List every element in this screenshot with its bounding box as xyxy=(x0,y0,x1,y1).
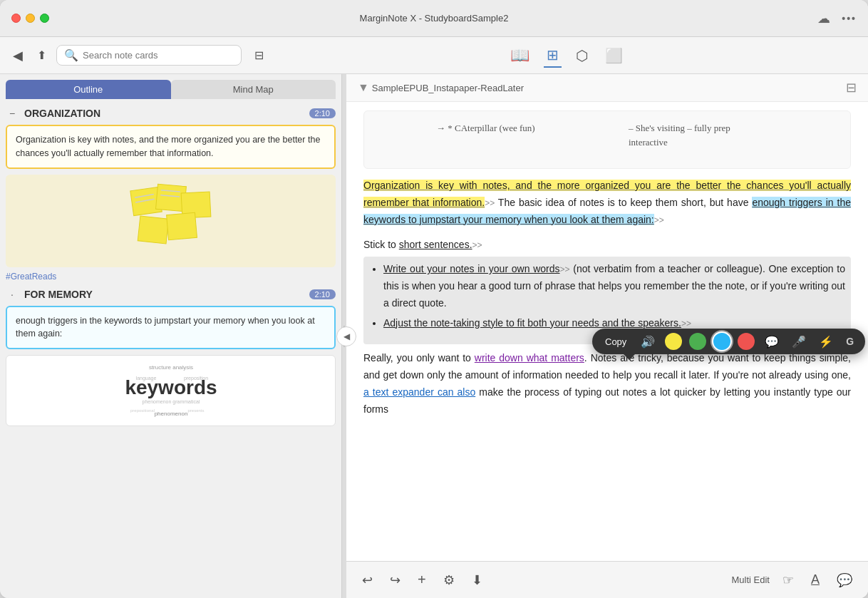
organization-header: − ORGANIZATION 2:10 xyxy=(6,108,336,119)
memory-card-text: enough triggers in the keywords to jumps… xyxy=(16,316,315,339)
org-tag: #GreatReads xyxy=(6,272,336,282)
arrow-1: >> xyxy=(485,198,495,208)
org-badge: 2:10 xyxy=(309,108,336,118)
search-icon: 🔍 xyxy=(64,48,78,62)
redo-button[interactable]: ↪ xyxy=(386,569,405,591)
audio-button[interactable]: 🔊 xyxy=(638,334,658,350)
comment-tool-button[interactable]: 💬 xyxy=(832,569,857,591)
floating-toolbar-caret xyxy=(624,354,635,360)
memory-section-title: FOR MEMORY xyxy=(24,289,304,300)
svg-text:phenomenon: phenomenon xyxy=(154,411,187,417)
keywords-svg: keywords structure analysis language pre… xyxy=(125,355,217,426)
text-expander-link[interactable]: a text expander can also xyxy=(363,386,475,398)
titlebar-right-icons: ☁ ••• xyxy=(817,11,857,26)
share-button[interactable]: ⬆ xyxy=(33,46,51,65)
reader-area: ▼ SampleEPUB_Instapaper-ReadLater ⊟ → * … xyxy=(346,74,868,598)
bullet-intro: Stick to short sentences.>> xyxy=(363,237,851,254)
cursor-button[interactable]: ☞ xyxy=(778,569,798,591)
settings-button[interactable]: ⚙ xyxy=(439,569,459,591)
cloud-icon[interactable]: ☁ xyxy=(817,11,830,26)
svg-text:→ * CAterpillar (wee fun): → * CAterpillar (wee fun) xyxy=(436,123,535,133)
reader-header: ▼ SampleEPUB_Instapaper-ReadLater ⊟ xyxy=(346,74,868,102)
undo-button[interactable]: ↩ xyxy=(358,569,377,591)
reader-paragraph-2: Really, you only want to write down what… xyxy=(363,350,851,418)
memory-header: · FOR MEMORY 2:10 xyxy=(6,289,336,300)
svg-text:phenomenon grammatical: phenomenon grammatical xyxy=(142,399,200,405)
titlebar: MarginNote X - StudyboardSample2 ☁ ••• xyxy=(0,0,868,37)
nav-buttons: ◀ ⬆ xyxy=(9,45,51,66)
maximize-button[interactable] xyxy=(40,14,49,23)
write-matters-link[interactable]: write down what matters xyxy=(475,352,584,364)
floating-toolbar: Copy 🔊 💬 🎤 ⚡ G xyxy=(592,329,865,354)
dropdown-icon: ▼ xyxy=(358,81,369,94)
svg-text:prepositional: prepositional xyxy=(130,408,154,413)
minimize-button[interactable] xyxy=(26,14,35,23)
reader-text: Organization is key with notes, and the … xyxy=(363,177,851,418)
search-bar[interactable]: 🔍 xyxy=(56,45,242,66)
color-red-button[interactable] xyxy=(738,333,755,350)
layout-icon[interactable]: ⊟ xyxy=(250,46,268,65)
sidebar-content: − ORGANIZATION 2:10 Organization is key … xyxy=(0,99,341,598)
multi-edit-label: Multi Edit xyxy=(732,574,770,585)
collapse-org-icon[interactable]: − xyxy=(6,108,19,119)
svg-text:preposition: preposition xyxy=(183,376,207,381)
copy-button[interactable]: Copy xyxy=(601,334,631,350)
split-icon[interactable]: ⊞ xyxy=(544,43,562,68)
reader-source-title: SampleEPUB_Instapaper-ReadLater xyxy=(372,83,524,93)
download-button[interactable]: ⬇ xyxy=(467,569,487,591)
svg-text:interactive: interactive xyxy=(629,137,668,148)
more-icon[interactable]: ••• xyxy=(842,13,857,24)
window-title: MarginNote X - StudyboardSample2 xyxy=(360,13,509,24)
bullet-list: Write out your notes in your own words>>… xyxy=(383,261,845,331)
comment-button[interactable]: 💬 xyxy=(762,334,782,350)
color-green-button[interactable] xyxy=(689,333,706,350)
mic-button[interactable]: 🎤 xyxy=(789,334,809,350)
center-icons: 📖 ⊞ ⬡ ⬜ xyxy=(507,43,626,68)
memory-badge: 2:10 xyxy=(309,289,336,299)
handwritten-section: → * CAterpillar (wee fun) – She's visiti… xyxy=(363,110,851,169)
bottom-toolbar: ↩ ↪ + ⚙ ⬇ Multi Edit ☞ A 💬 xyxy=(346,561,868,598)
network-icon[interactable]: ⬡ xyxy=(573,44,591,67)
tab-mindmap[interactable]: Mind Map xyxy=(171,80,336,99)
org-section-title: ORGANIZATION xyxy=(24,108,304,119)
svg-text:structure analysis: structure analysis xyxy=(148,364,192,371)
grammarly-button[interactable]: G xyxy=(843,334,857,349)
add-button[interactable]: + xyxy=(413,569,430,591)
write-notes-link: Write out your notes in your own words xyxy=(383,263,560,274)
traffic-lights xyxy=(11,14,49,23)
bookmark-icon[interactable]: ⊟ xyxy=(846,80,857,96)
text-tool-button[interactable]: A xyxy=(807,569,824,590)
stick-short-underline: short sentences. xyxy=(399,239,472,250)
reader-paragraph-1: Organization is key with notes, and the … xyxy=(363,177,851,228)
close-button[interactable] xyxy=(11,14,21,23)
memory-note-card[interactable]: enough triggers in the keywords to jumps… xyxy=(6,306,336,350)
browser-icon[interactable]: ⬜ xyxy=(602,44,626,67)
adjust-style-link: Adjust the note-taking style to fit both… xyxy=(383,317,681,329)
collapse-memory-icon[interactable]: · xyxy=(6,289,19,300)
svg-text:language: language xyxy=(135,376,156,381)
org-image xyxy=(6,175,336,267)
keywords-image: keywords structure analysis language pre… xyxy=(6,355,336,426)
arrow-2: >> xyxy=(654,215,664,225)
search-input[interactable] xyxy=(83,50,225,61)
stick-short-text: Stick to xyxy=(363,239,399,250)
sidebar-tabs: Outline Mind Map xyxy=(0,74,341,99)
bullet-item-1: Write out your notes in your own words>>… xyxy=(383,261,845,311)
org-card-text: Organization is key with notes, and the … xyxy=(16,135,320,158)
collapse-arrow-button[interactable]: ◀ xyxy=(336,326,356,346)
flash-button[interactable]: ⚡ xyxy=(816,334,836,350)
back-button[interactable]: ◀ xyxy=(9,45,27,66)
main-content: Outline Mind Map − ORGANIZATION 2:10 Org… xyxy=(0,74,868,598)
color-blue-button[interactable] xyxy=(713,333,730,350)
tab-outline[interactable]: Outline xyxy=(6,80,171,99)
bottom-right-controls: Multi Edit ☞ A 💬 xyxy=(732,569,857,591)
org-note-card[interactable]: Organization is key with notes, and the … xyxy=(6,125,336,169)
svg-text:presents: presents xyxy=(187,408,204,413)
top-toolbar: ◀ ⬆ 🔍 ⊟ 📖 ⊞ ⬡ ⬜ xyxy=(0,37,868,74)
svg-rect-4 xyxy=(166,212,197,239)
sidebar: Outline Mind Map − ORGANIZATION 2:10 Org… xyxy=(0,74,342,598)
handwritten-svg: → * CAterpillar (wee fun) – She's visiti… xyxy=(373,117,842,160)
svg-rect-3 xyxy=(138,216,168,244)
color-yellow-button[interactable] xyxy=(665,333,682,350)
book-icon[interactable]: 📖 xyxy=(507,43,532,68)
